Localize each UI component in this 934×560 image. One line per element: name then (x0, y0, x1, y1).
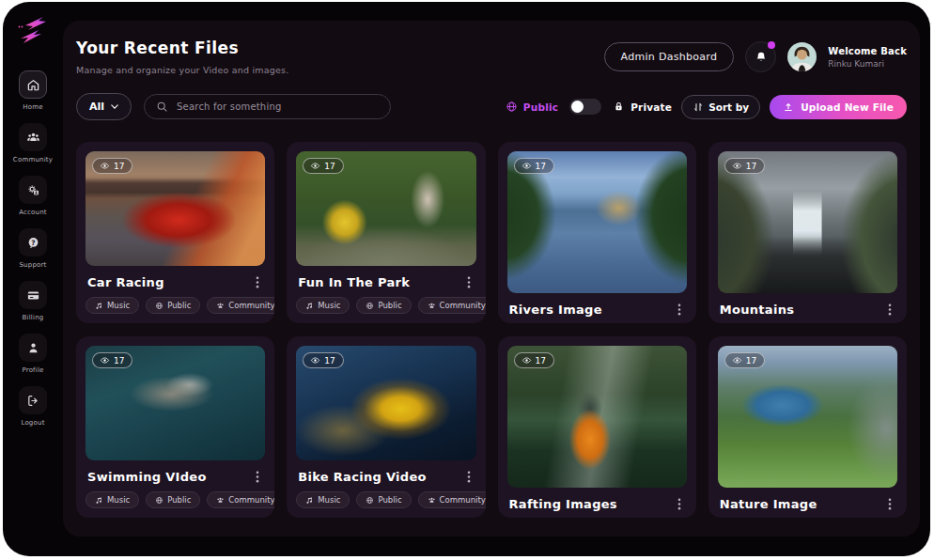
card-tags: MusicPublicCommunity (287, 490, 485, 518)
public-option[interactable]: Public (506, 101, 558, 113)
card-menu-button[interactable] (674, 302, 685, 318)
app-window: Home Community Account ? Support (3, 2, 930, 556)
toolbar-left: All (76, 93, 391, 120)
file-thumbnail[interactable]: 17 (296, 151, 475, 266)
sort-by-button[interactable]: Sort by (681, 95, 760, 119)
admin-dashboard-button[interactable]: Admin Dashboard (604, 42, 735, 71)
tag-music[interactable]: Music (86, 491, 139, 508)
header-actions: Admin Dashboard Welcome Back Rinku Kumar… (604, 41, 907, 72)
public-label: Public (523, 101, 558, 113)
tag-community[interactable]: Community (418, 491, 486, 508)
views-badge: 17 (303, 352, 343, 368)
user-avatar[interactable] (787, 42, 817, 71)
file-card[interactable]: 17 Fun In The Park MusicPublicCommunity (287, 142, 485, 323)
card-tags: MusicPublicCommunity (76, 296, 274, 323)
card-title-row: Car Racing (76, 266, 274, 296)
sidebar-item-label: Community (13, 156, 53, 163)
file-thumbnail[interactable]: 17 (718, 151, 897, 293)
file-card[interactable]: 17 Nature Image (708, 336, 907, 518)
card-menu-button[interactable] (884, 302, 895, 318)
sidebar-item-label: Support (19, 261, 46, 269)
eye-icon (100, 161, 110, 171)
globe-icon (155, 302, 163, 310)
views-badge: 17 (303, 158, 343, 174)
card-menu-button[interactable] (463, 469, 475, 485)
file-card[interactable]: 17 Mountains (708, 142, 907, 323)
search-input[interactable] (177, 101, 379, 112)
tag-label: Music (318, 495, 340, 505)
chevron-down-icon (111, 104, 118, 109)
card-title-row: Rafting Images (498, 488, 696, 518)
visibility-toggle[interactable] (569, 99, 601, 115)
eye-icon (521, 161, 532, 171)
kebab-icon (888, 498, 892, 510)
toolbar: All Public Private (76, 93, 907, 120)
file-thumbnail[interactable]: 17 (86, 151, 265, 266)
file-thumbnail[interactable]: 17 (507, 346, 687, 488)
tag-label: Music (107, 495, 130, 505)
file-thumbnail[interactable]: 17 (507, 151, 687, 293)
card-title: Rivers Image (509, 303, 602, 317)
sidebar-item-support[interactable]: ? Support (6, 228, 60, 269)
tag-music[interactable]: Music (86, 297, 139, 314)
page-header: Your Recent Files Manage and organize yo… (76, 21, 907, 75)
upload-label: Upload New File (801, 101, 894, 113)
card-menu-button[interactable] (252, 469, 263, 485)
file-card[interactable]: 17 Bike Racing Video MusicPublicCommunit… (287, 336, 485, 518)
sidebar-item-label: Logout (21, 419, 44, 427)
community-icon (428, 302, 436, 310)
sidebar-nav: Home Community Account ? Support (6, 70, 60, 427)
card-tags: MusicPublicCommunity (287, 296, 485, 323)
tag-public[interactable]: Public (356, 297, 411, 314)
file-thumbnail[interactable]: 17 (86, 346, 265, 460)
tag-music[interactable]: Music (296, 297, 350, 314)
sidebar-item-home[interactable]: Home (6, 70, 60, 111)
lock-icon (613, 101, 625, 113)
tag-public[interactable]: Public (146, 491, 200, 508)
card-menu-button[interactable] (252, 274, 263, 290)
tag-community[interactable]: Community (418, 297, 486, 314)
music-icon (95, 496, 103, 505)
sidebar-item-logout[interactable]: Logout (6, 386, 60, 427)
card-title: Fun In The Park (298, 275, 410, 289)
views-badge: 17 (724, 158, 765, 174)
card-menu-button[interactable] (463, 274, 475, 290)
views-count: 17 (324, 162, 335, 171)
private-option[interactable]: Private (613, 101, 672, 113)
sidebar-item-label: Account (19, 209, 47, 216)
card-title: Car Racing (87, 275, 164, 289)
tag-community[interactable]: Community (207, 491, 274, 508)
card-menu-button[interactable] (674, 496, 685, 512)
file-card[interactable]: 17 Swimming VIdeo MusicPublicCommunity (76, 336, 274, 518)
sidebar-item-profile[interactable]: Profile (6, 334, 60, 374)
tag-community[interactable]: Community (207, 297, 274, 314)
kebab-icon (256, 276, 259, 288)
tag-music[interactable]: Music (296, 491, 350, 508)
app-logo-icon[interactable] (15, 16, 51, 46)
toggle-knob (571, 101, 584, 113)
tag-public[interactable]: Public (146, 297, 200, 314)
upload-new-file-button[interactable]: Upload New File (770, 95, 907, 119)
kebab-icon (467, 471, 471, 483)
filter-all-button[interactable]: All (76, 93, 132, 120)
file-card[interactable]: 17 Rafting Images (498, 336, 696, 518)
support-icon: ? (19, 228, 47, 257)
music-icon (305, 496, 314, 505)
card-menu-button[interactable] (884, 496, 895, 512)
upload-icon (783, 101, 794, 113)
sidebar-item-label: Billing (23, 314, 44, 321)
sidebar-item-billing[interactable]: Billing (6, 281, 60, 321)
tag-public[interactable]: Public (356, 491, 411, 508)
file-card[interactable]: 17 Rivers Image (498, 142, 696, 323)
views-badge: 17 (724, 352, 765, 368)
file-thumbnail[interactable]: 17 (296, 346, 475, 460)
sidebar-item-community[interactable]: Community (6, 123, 60, 163)
file-card[interactable]: 17 Car Racing MusicPublicCommunity (76, 142, 274, 323)
eye-icon (732, 161, 742, 171)
sort-by-label: Sort by (708, 101, 749, 113)
cards-grid: 17 Car Racing MusicPublicCommunity 17 Fu… (76, 142, 907, 518)
notifications-button[interactable] (745, 41, 776, 72)
kebab-icon (467, 276, 471, 288)
sidebar-item-account[interactable]: Account (6, 176, 60, 216)
file-thumbnail[interactable]: 17 (718, 346, 897, 488)
